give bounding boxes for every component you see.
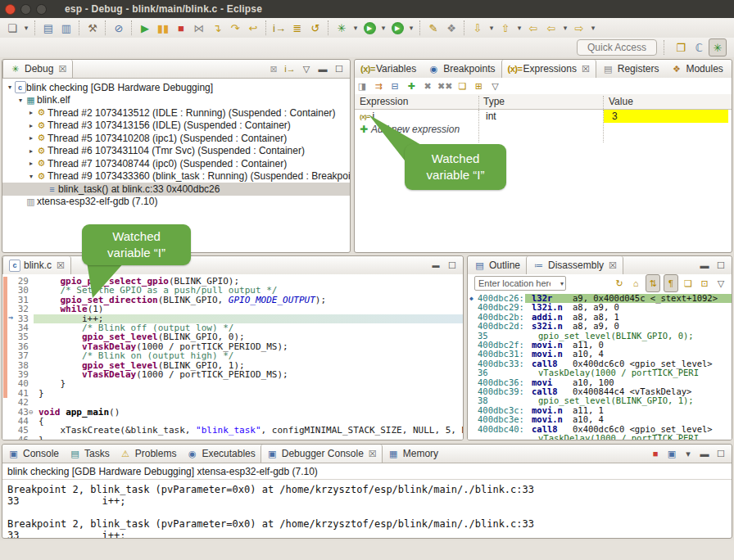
view-menu-icon[interactable]: ▽ xyxy=(714,275,727,291)
debug-tree-row[interactable]: ▸⚙Thread #6 1073431104 (Tmr Svc) (Suspen… xyxy=(2,145,350,158)
cpp-perspective-icon[interactable]: ℂ xyxy=(691,39,707,56)
tab-registers[interactable]: ▤Registers xyxy=(596,60,665,78)
tab-executables[interactable]: ◉Executables xyxy=(181,445,260,463)
next-annotation-caret-icon[interactable]: ▾ xyxy=(487,20,496,36)
run-caret-icon[interactable]: ▾ xyxy=(379,20,387,36)
step-over-icon[interactable]: ↷ xyxy=(227,20,243,36)
minimize-icon[interactable]: ▬ xyxy=(698,257,711,273)
view-menu-caret-icon[interactable]: ▾ xyxy=(682,445,695,462)
code-editor[interactable]: 29 gpio_pad_select_gpio(BLINK_GPIO);30 /… xyxy=(2,274,463,440)
location-combo[interactable]: Enter location here ▾ xyxy=(474,276,566,291)
show-type-names-icon[interactable]: ◨ xyxy=(356,78,369,94)
view-menu-icon[interactable]: ▽ xyxy=(300,61,313,77)
forward-icon[interactable]: ⇨ xyxy=(571,20,587,36)
sync-selection-icon[interactable]: ⇅ xyxy=(646,274,660,292)
new-view-icon[interactable]: ❏ xyxy=(682,275,695,291)
save-all-icon[interactable]: ▥ xyxy=(58,20,75,36)
tab-debugger-console[interactable]: ▣Debugger Console☒ xyxy=(261,445,383,463)
terminate-console-icon[interactable]: ■ xyxy=(649,445,662,462)
last-edit-location-icon[interactable]: ⇦ xyxy=(525,20,541,36)
tree-expander-icon[interactable]: ▸ xyxy=(27,147,35,155)
column-type[interactable]: Type xyxy=(483,96,505,107)
close-icon[interactable]: ☒ xyxy=(57,260,65,271)
previous-annotation-caret-icon[interactable]: ▾ xyxy=(515,20,523,36)
run-icon[interactable]: ▶ xyxy=(361,20,378,36)
close-icon[interactable]: ☒ xyxy=(58,64,66,75)
external-tools-caret-icon[interactable]: ▾ xyxy=(407,20,415,36)
debug-tree-row[interactable]: ▾cblink checking [GDB Hardware Debugging… xyxy=(2,81,350,94)
home-icon[interactable]: ⌂ xyxy=(629,275,642,291)
open-perspective-icon[interactable]: ❐ xyxy=(673,39,689,56)
minimize-icon[interactable]: ▬ xyxy=(698,445,711,462)
collapse-all-icon[interactable]: ⊟ xyxy=(388,78,401,94)
tab-memory[interactable]: ▦Memory xyxy=(383,445,443,463)
add-expression-icon[interactable]: ✚ xyxy=(405,78,418,94)
previous-annotation-icon[interactable]: ⇧ xyxy=(497,20,514,36)
minimize-icon[interactable]: ▬ xyxy=(316,61,329,77)
debug-caret-icon[interactable]: ▾ xyxy=(351,20,360,36)
debug-tree-row[interactable]: ▾▦blink.elf xyxy=(2,94,350,107)
tab-expressions[interactable]: (x)=Expressions☒ xyxy=(501,60,596,78)
open-type-icon[interactable]: ❖ xyxy=(443,20,460,36)
debug-tree-row[interactable]: ▾⚙Thread #9 1073433360 (blink_task : Run… xyxy=(2,170,350,183)
tab-disassembly[interactable]: ≔Disassembly☒ xyxy=(526,256,623,274)
disconnect-icon[interactable]: ⋈ xyxy=(191,20,207,36)
minimize-icon[interactable]: ▬ xyxy=(730,61,732,77)
quick-access-button[interactable]: Quick Access xyxy=(577,39,657,56)
tab-debug[interactable]: ✳ Debug ☒ xyxy=(2,60,73,78)
tab-console[interactable]: ▣Console xyxy=(2,445,64,463)
remove-all-expressions-icon[interactable]: ✖✖ xyxy=(437,78,452,94)
debug-tree-row[interactable]: ▸⚙Thread #7 1073408744 (ipc0) (Suspended… xyxy=(2,157,350,170)
chevron-down-icon[interactable]: ▾ xyxy=(560,280,564,287)
tab-breakpoints[interactable]: ◉Breakpoints xyxy=(422,60,501,78)
back-caret-icon[interactable]: ▾ xyxy=(561,20,569,36)
display-selected-console-icon[interactable]: ▣ xyxy=(665,445,678,462)
show-source-icon[interactable]: ¶ xyxy=(664,274,678,292)
tree-expander-icon[interactable]: ▾ xyxy=(16,97,25,104)
debug-perspective-icon[interactable]: ✳ xyxy=(709,38,727,56)
window-close-button[interactable] xyxy=(5,4,16,15)
new-wizard-caret-icon[interactable]: ▾ xyxy=(22,20,30,36)
maximize-icon[interactable]: ☐ xyxy=(446,257,459,273)
open-element-icon[interactable]: ✎ xyxy=(425,20,442,36)
window-maximize-button[interactable] xyxy=(36,4,47,15)
show-logical-structure-icon[interactable]: ⇉ xyxy=(372,78,385,94)
maximize-icon[interactable]: ☐ xyxy=(714,257,727,273)
tab-modules[interactable]: ❖Modules xyxy=(664,60,728,78)
maximize-icon[interactable]: ☐ xyxy=(333,61,346,77)
tab-blink-c[interactable]: c blink.c ☒ xyxy=(2,256,71,274)
next-annotation-icon[interactable]: ⇩ xyxy=(469,20,486,36)
new-wizard-icon[interactable]: ❏ xyxy=(4,20,20,36)
column-value[interactable]: Value xyxy=(609,96,633,107)
step-into-icon[interactable]: ↴ xyxy=(209,20,225,36)
debug-tree-row[interactable]: ▸⚙Thread #5 1073410208 (ipc1) (Suspended… xyxy=(2,132,350,145)
close-icon[interactable]: ☒ xyxy=(609,260,617,271)
window-minimize-button[interactable] xyxy=(20,4,31,15)
tree-expander-icon[interactable]: ▸ xyxy=(27,109,35,116)
forward-caret-icon[interactable]: ▾ xyxy=(589,20,597,36)
remove-expression-icon[interactable]: ✖ xyxy=(421,78,434,94)
view-menu-icon[interactable]: ▽ xyxy=(488,78,501,94)
tree-expander-icon[interactable]: ▸ xyxy=(27,134,35,142)
step-return-icon[interactable]: ↩ xyxy=(245,20,261,36)
resume-icon[interactable]: ▶ xyxy=(137,20,153,36)
new-view-icon[interactable]: ❏ xyxy=(455,78,469,94)
tree-expander-icon[interactable]: ▸ xyxy=(27,160,35,167)
skip-breakpoints-icon[interactable]: ⊘ xyxy=(111,20,127,36)
minimize-icon[interactable]: ▬ xyxy=(429,257,442,273)
close-icon[interactable]: ☒ xyxy=(369,449,377,459)
back-icon[interactable]: ⇦ xyxy=(543,20,560,36)
save-icon[interactable]: ▤ xyxy=(40,20,57,36)
instruction-stepping-icon[interactable]: i→ xyxy=(271,20,288,36)
tab-tasks[interactable]: ▤Tasks xyxy=(64,445,115,463)
instruction-stepping-icon[interactable]: i→ xyxy=(283,61,297,77)
pin-view-icon[interactable]: ⊞ xyxy=(472,78,485,94)
tree-expander-icon[interactable]: ▾ xyxy=(27,173,35,180)
tab-problems[interactable]: ⚠Problems xyxy=(115,445,182,463)
close-icon[interactable]: ☒ xyxy=(582,64,590,75)
terminate-icon[interactable]: ■ xyxy=(173,20,189,36)
maximize-icon[interactable]: ☐ xyxy=(714,445,727,462)
fold-minus-icon[interactable]: ⊖ xyxy=(29,408,33,417)
build-icon[interactable]: ⚒ xyxy=(84,20,101,36)
debug-tree-row[interactable]: ▸⚙Thread #3 1073413156 (IDLE) (Suspended… xyxy=(2,120,350,133)
